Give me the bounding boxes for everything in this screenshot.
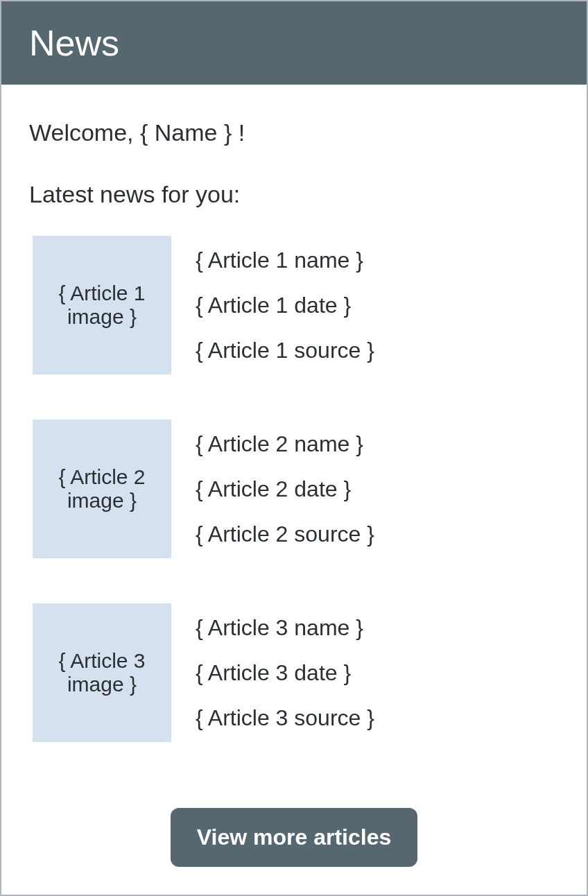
article-details: { Article 1 name } { Article 1 date } { …	[196, 248, 374, 363]
article-source: { Article 3 source }	[196, 705, 374, 731]
button-container: View more articles	[29, 808, 559, 874]
article-row[interactable]: { Article 3 image } { Article 3 name } {…	[29, 603, 559, 742]
article-date: { Article 1 date }	[196, 293, 374, 318]
welcome-prefix: Welcome,	[29, 119, 140, 146]
content-area: Welcome, { Name } ! Latest news for you:…	[1, 85, 587, 895]
welcome-text: Welcome, { Name } !	[29, 119, 559, 146]
news-subtitle: Latest news for you:	[29, 181, 559, 208]
article-details: { Article 3 name } { Article 3 date } { …	[196, 615, 374, 731]
article-image-placeholder: { Article 2 image }	[33, 420, 171, 558]
article-name: { Article 2 name }	[196, 431, 374, 457]
view-more-button[interactable]: View more articles	[171, 808, 417, 867]
article-image-placeholder: { Article 1 image }	[33, 236, 171, 374]
welcome-suffix: !	[232, 119, 245, 146]
article-date: { Article 2 date }	[196, 476, 374, 502]
article-row[interactable]: { Article 1 image } { Article 1 name } {…	[29, 236, 559, 374]
article-row[interactable]: { Article 2 image } { Article 2 name } {…	[29, 420, 559, 558]
article-source: { Article 1 source }	[196, 338, 374, 363]
header: News	[1, 1, 587, 85]
article-name: { Article 3 name }	[196, 615, 374, 641]
article-date: { Article 3 date }	[196, 660, 374, 686]
article-name: { Article 1 name }	[196, 248, 374, 273]
page-title: News	[29, 22, 559, 64]
welcome-name: { Name }	[140, 119, 232, 146]
article-source: { Article 2 source }	[196, 522, 374, 547]
app-container: News Welcome, { Name } ! Latest news for…	[0, 0, 588, 896]
article-image-placeholder: { Article 3 image }	[33, 603, 171, 742]
article-details: { Article 2 name } { Article 2 date } { …	[196, 431, 374, 547]
